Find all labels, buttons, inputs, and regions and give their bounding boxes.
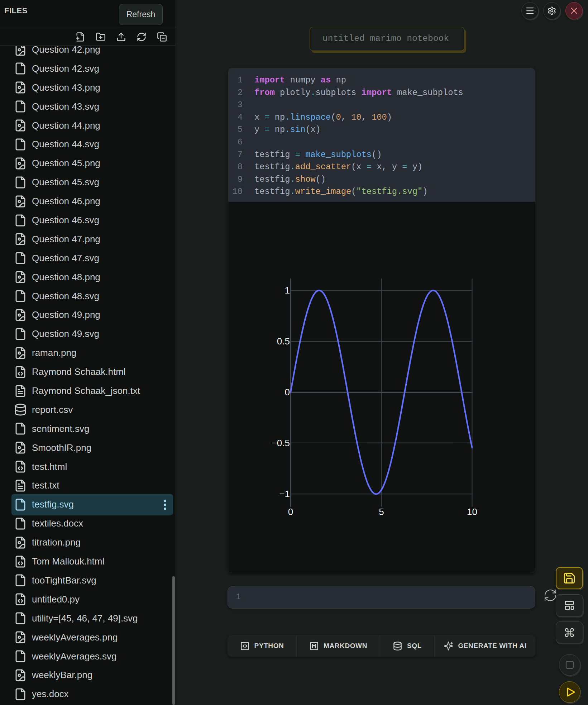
svg-text:−0.5: −0.5 bbox=[272, 438, 290, 448]
svg-text:1: 1 bbox=[285, 285, 290, 296]
svg-text:0.5: 0.5 bbox=[277, 336, 290, 347]
svg-text:0: 0 bbox=[288, 506, 293, 517]
svg-text:5: 5 bbox=[379, 506, 384, 517]
svg-text:−1: −1 bbox=[279, 489, 290, 499]
svg-text:0: 0 bbox=[285, 387, 290, 397]
svg-text:10: 10 bbox=[467, 506, 477, 517]
